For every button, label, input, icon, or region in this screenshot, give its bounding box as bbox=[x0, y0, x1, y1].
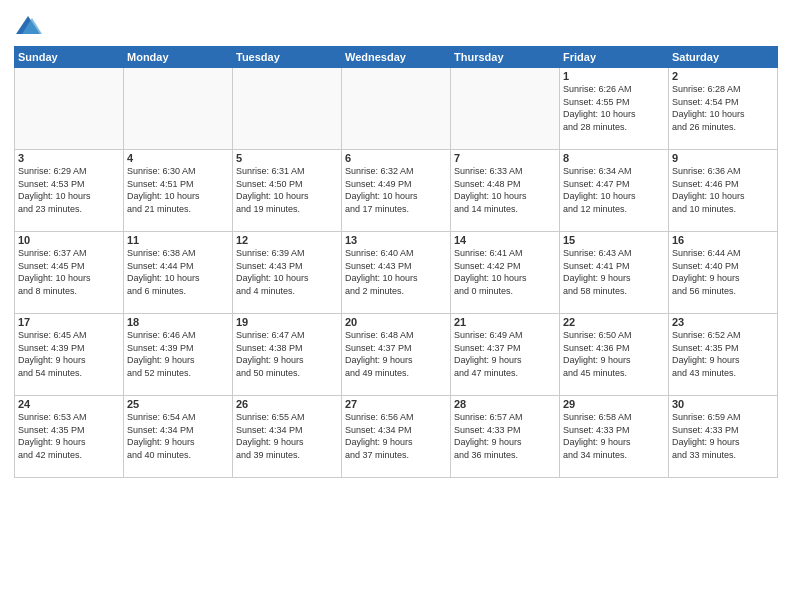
day-cell: 29Sunrise: 6:58 AM Sunset: 4:33 PM Dayli… bbox=[560, 396, 669, 478]
day-info: Sunrise: 6:53 AM Sunset: 4:35 PM Dayligh… bbox=[18, 411, 120, 461]
day-cell: 30Sunrise: 6:59 AM Sunset: 4:33 PM Dayli… bbox=[669, 396, 778, 478]
day-info: Sunrise: 6:46 AM Sunset: 4:39 PM Dayligh… bbox=[127, 329, 229, 379]
day-cell bbox=[15, 68, 124, 150]
day-number: 25 bbox=[127, 398, 229, 410]
day-info: Sunrise: 6:39 AM Sunset: 4:43 PM Dayligh… bbox=[236, 247, 338, 297]
day-number: 9 bbox=[672, 152, 774, 164]
day-cell: 8Sunrise: 6:34 AM Sunset: 4:47 PM Daylig… bbox=[560, 150, 669, 232]
day-info: Sunrise: 6:49 AM Sunset: 4:37 PM Dayligh… bbox=[454, 329, 556, 379]
day-number: 16 bbox=[672, 234, 774, 246]
col-header-friday: Friday bbox=[560, 47, 669, 68]
day-info: Sunrise: 6:54 AM Sunset: 4:34 PM Dayligh… bbox=[127, 411, 229, 461]
day-cell: 2Sunrise: 6:28 AM Sunset: 4:54 PM Daylig… bbox=[669, 68, 778, 150]
week-row-4: 24Sunrise: 6:53 AM Sunset: 4:35 PM Dayli… bbox=[15, 396, 778, 478]
day-number: 10 bbox=[18, 234, 120, 246]
day-info: Sunrise: 6:45 AM Sunset: 4:39 PM Dayligh… bbox=[18, 329, 120, 379]
day-number: 18 bbox=[127, 316, 229, 328]
col-header-thursday: Thursday bbox=[451, 47, 560, 68]
day-number: 14 bbox=[454, 234, 556, 246]
day-cell: 13Sunrise: 6:40 AM Sunset: 4:43 PM Dayli… bbox=[342, 232, 451, 314]
day-cell bbox=[342, 68, 451, 150]
day-cell: 7Sunrise: 6:33 AM Sunset: 4:48 PM Daylig… bbox=[451, 150, 560, 232]
day-number: 20 bbox=[345, 316, 447, 328]
day-cell: 12Sunrise: 6:39 AM Sunset: 4:43 PM Dayli… bbox=[233, 232, 342, 314]
day-cell: 22Sunrise: 6:50 AM Sunset: 4:36 PM Dayli… bbox=[560, 314, 669, 396]
day-cell: 17Sunrise: 6:45 AM Sunset: 4:39 PM Dayli… bbox=[15, 314, 124, 396]
day-cell bbox=[233, 68, 342, 150]
day-number: 13 bbox=[345, 234, 447, 246]
day-number: 21 bbox=[454, 316, 556, 328]
day-info: Sunrise: 6:48 AM Sunset: 4:37 PM Dayligh… bbox=[345, 329, 447, 379]
day-cell: 23Sunrise: 6:52 AM Sunset: 4:35 PM Dayli… bbox=[669, 314, 778, 396]
day-number: 12 bbox=[236, 234, 338, 246]
day-info: Sunrise: 6:43 AM Sunset: 4:41 PM Dayligh… bbox=[563, 247, 665, 297]
day-info: Sunrise: 6:30 AM Sunset: 4:51 PM Dayligh… bbox=[127, 165, 229, 215]
day-info: Sunrise: 6:29 AM Sunset: 4:53 PM Dayligh… bbox=[18, 165, 120, 215]
week-row-1: 3Sunrise: 6:29 AM Sunset: 4:53 PM Daylig… bbox=[15, 150, 778, 232]
day-number: 2 bbox=[672, 70, 774, 82]
col-header-saturday: Saturday bbox=[669, 47, 778, 68]
day-cell: 18Sunrise: 6:46 AM Sunset: 4:39 PM Dayli… bbox=[124, 314, 233, 396]
day-info: Sunrise: 6:31 AM Sunset: 4:50 PM Dayligh… bbox=[236, 165, 338, 215]
day-info: Sunrise: 6:50 AM Sunset: 4:36 PM Dayligh… bbox=[563, 329, 665, 379]
calendar-table: SundayMondayTuesdayWednesdayThursdayFrid… bbox=[14, 46, 778, 478]
day-info: Sunrise: 6:47 AM Sunset: 4:38 PM Dayligh… bbox=[236, 329, 338, 379]
day-info: Sunrise: 6:55 AM Sunset: 4:34 PM Dayligh… bbox=[236, 411, 338, 461]
day-cell: 27Sunrise: 6:56 AM Sunset: 4:34 PM Dayli… bbox=[342, 396, 451, 478]
day-cell: 28Sunrise: 6:57 AM Sunset: 4:33 PM Dayli… bbox=[451, 396, 560, 478]
day-info: Sunrise: 6:32 AM Sunset: 4:49 PM Dayligh… bbox=[345, 165, 447, 215]
day-number: 8 bbox=[563, 152, 665, 164]
col-header-wednesday: Wednesday bbox=[342, 47, 451, 68]
day-info: Sunrise: 6:59 AM Sunset: 4:33 PM Dayligh… bbox=[672, 411, 774, 461]
day-info: Sunrise: 6:26 AM Sunset: 4:55 PM Dayligh… bbox=[563, 83, 665, 133]
day-cell: 1Sunrise: 6:26 AM Sunset: 4:55 PM Daylig… bbox=[560, 68, 669, 150]
day-cell: 19Sunrise: 6:47 AM Sunset: 4:38 PM Dayli… bbox=[233, 314, 342, 396]
day-number: 23 bbox=[672, 316, 774, 328]
day-number: 3 bbox=[18, 152, 120, 164]
day-cell: 26Sunrise: 6:55 AM Sunset: 4:34 PM Dayli… bbox=[233, 396, 342, 478]
week-row-0: 1Sunrise: 6:26 AM Sunset: 4:55 PM Daylig… bbox=[15, 68, 778, 150]
day-info: Sunrise: 6:33 AM Sunset: 4:48 PM Dayligh… bbox=[454, 165, 556, 215]
day-number: 30 bbox=[672, 398, 774, 410]
col-header-sunday: Sunday bbox=[15, 47, 124, 68]
day-number: 6 bbox=[345, 152, 447, 164]
day-cell: 10Sunrise: 6:37 AM Sunset: 4:45 PM Dayli… bbox=[15, 232, 124, 314]
day-info: Sunrise: 6:44 AM Sunset: 4:40 PM Dayligh… bbox=[672, 247, 774, 297]
day-cell: 14Sunrise: 6:41 AM Sunset: 4:42 PM Dayli… bbox=[451, 232, 560, 314]
day-cell: 21Sunrise: 6:49 AM Sunset: 4:37 PM Dayli… bbox=[451, 314, 560, 396]
day-number: 29 bbox=[563, 398, 665, 410]
header bbox=[14, 10, 778, 38]
col-header-monday: Monday bbox=[124, 47, 233, 68]
day-number: 19 bbox=[236, 316, 338, 328]
logo bbox=[14, 14, 44, 38]
day-cell: 5Sunrise: 6:31 AM Sunset: 4:50 PM Daylig… bbox=[233, 150, 342, 232]
day-cell: 3Sunrise: 6:29 AM Sunset: 4:53 PM Daylig… bbox=[15, 150, 124, 232]
day-info: Sunrise: 6:40 AM Sunset: 4:43 PM Dayligh… bbox=[345, 247, 447, 297]
day-cell bbox=[451, 68, 560, 150]
day-number: 7 bbox=[454, 152, 556, 164]
day-number: 11 bbox=[127, 234, 229, 246]
day-cell: 4Sunrise: 6:30 AM Sunset: 4:51 PM Daylig… bbox=[124, 150, 233, 232]
day-cell: 6Sunrise: 6:32 AM Sunset: 4:49 PM Daylig… bbox=[342, 150, 451, 232]
day-number: 15 bbox=[563, 234, 665, 246]
day-cell: 20Sunrise: 6:48 AM Sunset: 4:37 PM Dayli… bbox=[342, 314, 451, 396]
day-info: Sunrise: 6:56 AM Sunset: 4:34 PM Dayligh… bbox=[345, 411, 447, 461]
day-info: Sunrise: 6:37 AM Sunset: 4:45 PM Dayligh… bbox=[18, 247, 120, 297]
day-info: Sunrise: 6:38 AM Sunset: 4:44 PM Dayligh… bbox=[127, 247, 229, 297]
day-info: Sunrise: 6:52 AM Sunset: 4:35 PM Dayligh… bbox=[672, 329, 774, 379]
logo-icon bbox=[14, 14, 42, 38]
day-cell: 24Sunrise: 6:53 AM Sunset: 4:35 PM Dayli… bbox=[15, 396, 124, 478]
day-number: 5 bbox=[236, 152, 338, 164]
col-header-tuesday: Tuesday bbox=[233, 47, 342, 68]
day-cell: 9Sunrise: 6:36 AM Sunset: 4:46 PM Daylig… bbox=[669, 150, 778, 232]
day-info: Sunrise: 6:36 AM Sunset: 4:46 PM Dayligh… bbox=[672, 165, 774, 215]
day-number: 24 bbox=[18, 398, 120, 410]
day-info: Sunrise: 6:57 AM Sunset: 4:33 PM Dayligh… bbox=[454, 411, 556, 461]
page: SundayMondayTuesdayWednesdayThursdayFrid… bbox=[0, 0, 792, 612]
day-number: 17 bbox=[18, 316, 120, 328]
day-cell bbox=[124, 68, 233, 150]
day-info: Sunrise: 6:34 AM Sunset: 4:47 PM Dayligh… bbox=[563, 165, 665, 215]
day-number: 22 bbox=[563, 316, 665, 328]
week-row-2: 10Sunrise: 6:37 AM Sunset: 4:45 PM Dayli… bbox=[15, 232, 778, 314]
header-row: SundayMondayTuesdayWednesdayThursdayFrid… bbox=[15, 47, 778, 68]
